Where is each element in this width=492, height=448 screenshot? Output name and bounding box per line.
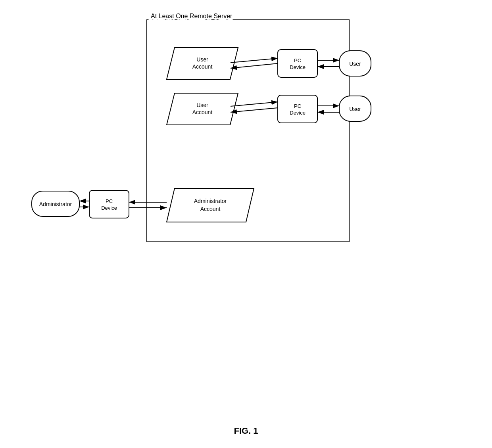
svg-text:Device: Device [290, 110, 306, 116]
svg-text:PC: PC [106, 198, 113, 204]
svg-text:Device: Device [290, 64, 306, 70]
svg-rect-22 [89, 190, 129, 218]
svg-text:User: User [349, 61, 361, 67]
svg-rect-19 [278, 95, 317, 123]
svg-text:Account: Account [192, 109, 213, 115]
diagram-svg: At Least One Remote Server At Least One … [24, 8, 468, 285]
svg-text:Account: Account [192, 63, 213, 70]
svg-marker-13 [167, 188, 254, 222]
svg-text:User: User [196, 102, 208, 108]
svg-text:Administrator: Administrator [39, 201, 72, 207]
svg-text:User: User [196, 56, 208, 63]
svg-rect-16 [278, 50, 317, 77]
svg-text:Administrator: Administrator [194, 198, 227, 204]
diagram-container: At Least One Remote Server At Least One … [24, 8, 468, 285]
svg-text:User: User [349, 106, 361, 112]
svg-text:PC: PC [294, 103, 301, 109]
svg-text:Account: Account [200, 206, 221, 212]
svg-text:At Least One Remote Server: At Least One Remote Server [151, 13, 233, 19]
figure-label: FIG. 1 [234, 426, 258, 436]
svg-text:PC: PC [294, 57, 301, 63]
svg-text:Device: Device [101, 205, 117, 211]
